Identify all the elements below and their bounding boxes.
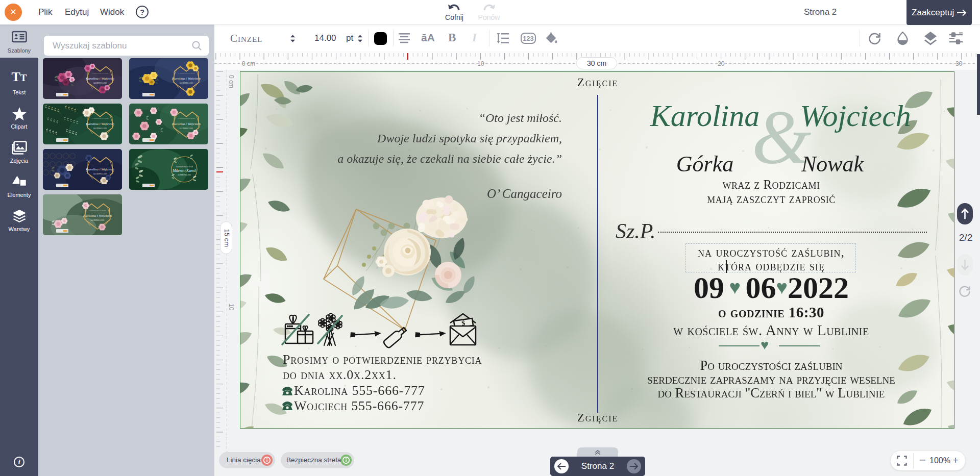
svg-text:ZAPROSZENIE NA ŚLUB: ZAPROSZENIE NA ŚLUB bbox=[178, 117, 194, 119]
svg-text:Karolina i Wojciech: Karolina i Wojciech bbox=[85, 77, 114, 81]
svg-text:Karolina i Wojciech: Karolina i Wojciech bbox=[172, 77, 201, 81]
svg-text:Karolina i Wojciech: Karolina i Wojciech bbox=[85, 122, 114, 126]
svg-text:Karolina i Wojciech: Karolina i Wojciech bbox=[172, 122, 201, 126]
svg-text:0 cm: 0 cm bbox=[228, 75, 235, 88]
svg-text:30: 30 bbox=[955, 60, 963, 67]
svg-text:24 CZERWCA 2023: 24 CZERWCA 2023 bbox=[93, 128, 107, 130]
svg-text:Karolina i Wojciech: Karolina i Wojciech bbox=[83, 214, 112, 218]
svg-text:24 CZERWCA 2023: 24 CZERWCA 2023 bbox=[93, 173, 107, 175]
svg-text:ZAPROSZENIE NA ŚLUB: ZAPROSZENIE NA ŚLUB bbox=[92, 117, 108, 119]
svg-text:24 CZERWCA 2023: 24 CZERWCA 2023 bbox=[180, 128, 193, 130]
svg-text:24 CZERWCA 2023: 24 CZERWCA 2023 bbox=[93, 82, 107, 84]
svg-text:ZAPROSZENIE NA ŚLUB: ZAPROSZENIE NA ŚLUB bbox=[92, 163, 108, 165]
svg-text:24 CZERWCA 2023: 24 CZERWCA 2023 bbox=[180, 82, 193, 84]
svg-text:24 CZERWCA 2023: 24 CZERWCA 2023 bbox=[91, 219, 105, 221]
svg-text:Karolina i Wojciech: Karolina i Wojciech bbox=[85, 167, 114, 171]
svg-text:Milena i Kamil: Milena i Kamil bbox=[172, 168, 195, 173]
svg-text:10: 10 bbox=[228, 304, 235, 311]
svg-text:0 cm: 0 cm bbox=[242, 60, 255, 67]
svg-text:10: 10 bbox=[477, 60, 484, 67]
svg-text:ZAPROSZENIE NA ŚLUB: ZAPROSZENIE NA ŚLUB bbox=[176, 165, 193, 168]
svg-text:ZAPROSZENIE NA ŚLUB: ZAPROSZENIE NA ŚLUB bbox=[89, 209, 106, 211]
svg-text:24 KWIETNIA 2023: 24 KWIETNIA 2023 bbox=[178, 174, 191, 176]
svg-text:20: 20 bbox=[718, 60, 725, 67]
svg-text:123: 123 bbox=[523, 35, 534, 42]
svg-text:ZAPROSZENIE NA ŚLUB: ZAPROSZENIE NA ŚLUB bbox=[178, 72, 194, 74]
svg-text:ZAPROSZENIE NA ŚLUB: ZAPROSZENIE NA ŚLUB bbox=[92, 72, 108, 74]
